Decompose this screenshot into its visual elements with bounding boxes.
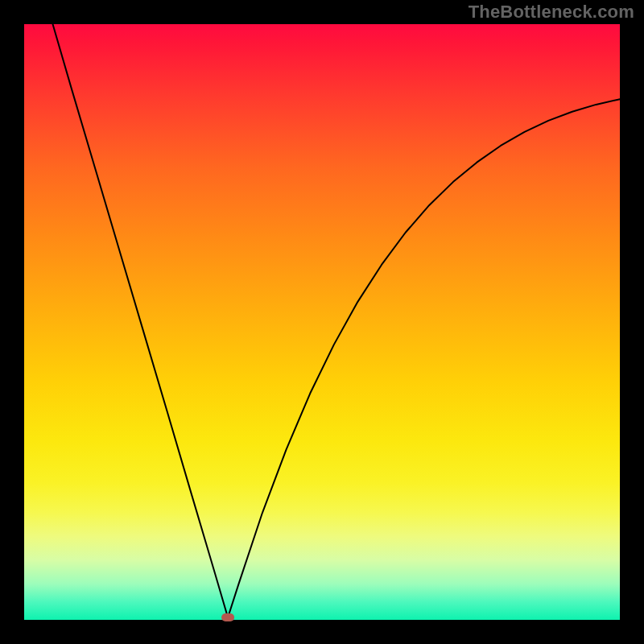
bottleneck-curve [53,24,620,617]
watermark-text: TheBottleneck.com [469,2,634,23]
plot-svg [24,24,620,620]
chart-frame: TheBottleneck.com [0,0,644,644]
plot-area [24,24,620,620]
optimal-point-marker [221,613,234,621]
